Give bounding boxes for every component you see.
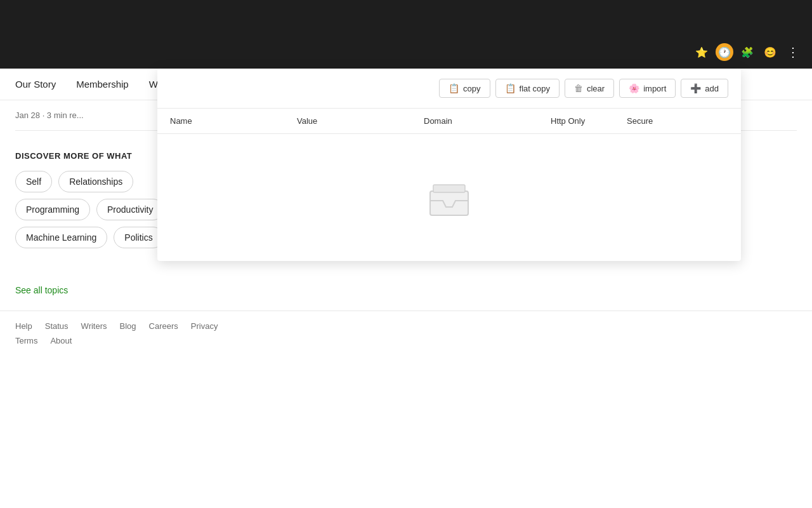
menu-icon[interactable]: ⋮ [784, 43, 802, 61]
cookie-toolbar: 📋 copy 📋 flat copy 🗑 clear 🌸 import ➕ ad… [157, 69, 741, 109]
footer-terms[interactable]: Terms [15, 336, 37, 345]
add-button[interactable]: ➕ add [681, 79, 728, 98]
empty-inbox-icon [424, 172, 475, 223]
see-all-topics-link[interactable]: See all topics [0, 270, 83, 305]
footer-about[interactable]: About [50, 336, 72, 345]
import-icon: 🌸 [629, 83, 639, 93]
browser-icon-bar: ⭐ 🕐 🧩 😊 ⋮ [693, 43, 802, 61]
import-button[interactable]: 🌸 import [619, 79, 676, 98]
topic-self[interactable]: Self [15, 171, 52, 192]
clear-button[interactable]: 🗑 clear [565, 79, 614, 98]
extensions-icon[interactable]: 🧩 [738, 43, 756, 61]
flat-copy-icon: 📋 [505, 83, 516, 93]
browser-chrome: ⭐ 🕐 🧩 😊 ⋮ [0, 0, 812, 69]
footer-privacy[interactable]: Privacy [191, 321, 218, 331]
col-secure: Secure [627, 116, 690, 126]
import-label: import [643, 84, 666, 93]
site-footer: Help Status Writers Blog Careers Privacy… [0, 311, 812, 361]
cookie-empty-state [157, 134, 741, 261]
svg-rect-1 [433, 185, 465, 192]
footer-writers[interactable]: Writers [81, 321, 107, 331]
col-domain: Domain [424, 116, 551, 126]
col-name: Name [170, 116, 297, 126]
footer-row-2: Terms About [15, 336, 797, 345]
topic-productivity[interactable]: Productivity [96, 199, 164, 220]
cookie-table-header: Name Value Domain Http Only Secure [157, 109, 741, 134]
flat-copy-label: flat copy [520, 84, 550, 93]
nav-membership[interactable]: Membership [76, 79, 129, 90]
copy-icon: 📋 [449, 83, 459, 93]
topic-programming[interactable]: Programming [15, 199, 90, 220]
footer-careers[interactable]: Careers [149, 321, 178, 331]
col-value: Value [297, 116, 424, 126]
clear-icon: 🗑 [574, 83, 583, 93]
add-label: add [705, 84, 719, 93]
copy-label: copy [463, 84, 480, 93]
topic-relationships[interactable]: Relationships [58, 171, 133, 192]
footer-help[interactable]: Help [15, 321, 32, 331]
bookmark-icon[interactable]: ⭐ [693, 43, 710, 61]
flat-copy-button[interactable]: 📋 flat copy [495, 79, 560, 98]
profile-icon[interactable]: 😊 [761, 43, 779, 61]
copy-button[interactable]: 📋 copy [439, 79, 490, 98]
footer-status[interactable]: Status [45, 321, 69, 331]
svg-rect-0 [430, 191, 468, 215]
add-icon: ➕ [690, 83, 701, 93]
timer-extension-icon[interactable]: 🕐 [716, 43, 733, 61]
topic-machine-learning[interactable]: Machine Learning [15, 227, 107, 248]
footer-blog[interactable]: Blog [120, 321, 136, 331]
clear-label: clear [587, 84, 605, 93]
topic-politics[interactable]: Politics [114, 227, 163, 248]
nav-our-story[interactable]: Our Story [15, 79, 56, 90]
cookie-popup: 📋 copy 📋 flat copy 🗑 clear 🌸 import ➕ ad… [157, 69, 741, 261]
col-http-only: Http Only [551, 116, 627, 126]
footer-row-1: Help Status Writers Blog Careers Privacy [15, 321, 797, 331]
